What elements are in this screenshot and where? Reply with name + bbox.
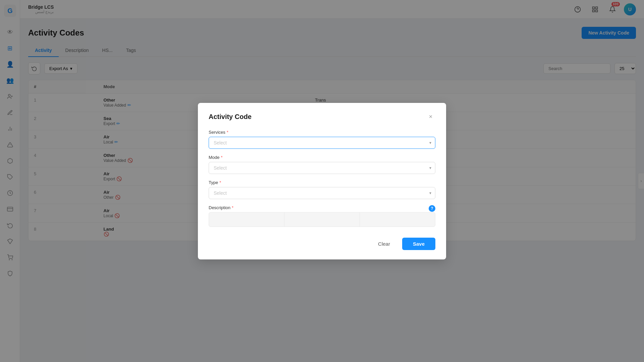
clear-button[interactable]: Clear bbox=[370, 238, 398, 250]
mode-label: Mode * bbox=[209, 155, 435, 160]
description-col-2[interactable] bbox=[284, 213, 360, 227]
type-group: Type * Select ▾ bbox=[209, 180, 435, 199]
description-col-3[interactable] bbox=[360, 213, 435, 227]
description-field bbox=[209, 212, 435, 227]
type-label: Type * bbox=[209, 180, 435, 185]
modal-overlay[interactable]: Activity Code × Services * Select ▾ Mode… bbox=[0, 0, 644, 362]
type-required: * bbox=[219, 180, 221, 185]
services-select-wrapper: Select ▾ bbox=[209, 137, 435, 149]
modal-title: Activity Code bbox=[209, 113, 252, 121]
type-select-wrapper: Select ▾ bbox=[209, 187, 435, 199]
modal-close-button[interactable]: × bbox=[426, 112, 435, 122]
description-label: Description * bbox=[209, 205, 233, 210]
modal-footer: Clear Save bbox=[209, 238, 435, 250]
services-group: Services * Select ▾ bbox=[209, 130, 435, 149]
activity-code-modal: Activity Code × Services * Select ▾ Mode… bbox=[198, 103, 446, 259]
services-label: Services * bbox=[209, 130, 435, 135]
description-required: * bbox=[232, 205, 233, 210]
mode-select-wrapper: Select ▾ bbox=[209, 162, 435, 174]
mode-select[interactable]: Select bbox=[209, 162, 435, 174]
save-button[interactable]: Save bbox=[402, 238, 435, 250]
mode-required: * bbox=[221, 155, 223, 160]
modal-header: Activity Code × bbox=[209, 112, 435, 122]
type-select[interactable]: Select bbox=[209, 187, 435, 199]
description-help-icon[interactable]: ? bbox=[429, 205, 435, 212]
description-group: Description * ? bbox=[209, 205, 435, 227]
services-select[interactable]: Select bbox=[209, 137, 435, 149]
services-required: * bbox=[227, 130, 228, 135]
description-label-row: Description * ? bbox=[209, 205, 435, 212]
description-col-1[interactable] bbox=[209, 213, 284, 227]
mode-group: Mode * Select ▾ bbox=[209, 155, 435, 174]
